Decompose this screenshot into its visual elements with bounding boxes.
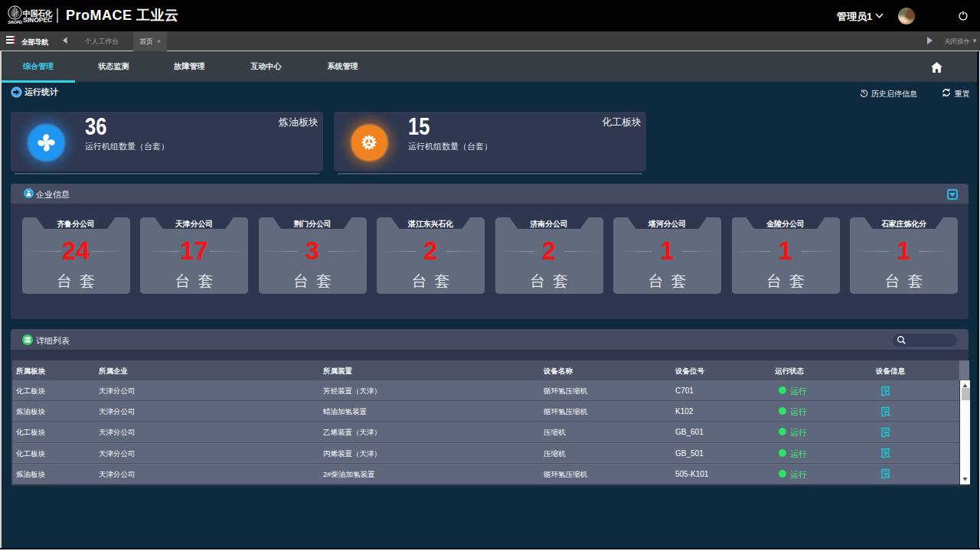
svg-text:SINOPEC: SINOPEC (8, 21, 22, 24)
